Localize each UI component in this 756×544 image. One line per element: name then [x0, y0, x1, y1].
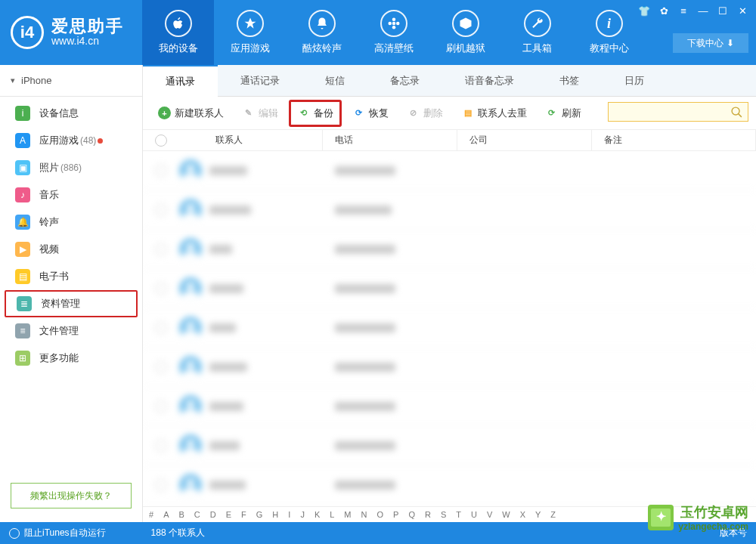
device-selector[interactable]: iPhone	[0, 65, 142, 97]
nav-wallpapers[interactable]: 高清壁纸	[358, 0, 429, 65]
sidebar-item-ebooks[interactable]: ▤电子书	[0, 263, 142, 290]
alpha-P[interactable]: P	[393, 510, 398, 519]
sidebar-item-ringtones[interactable]: 🔔铃声	[0, 209, 142, 236]
brand: i4 爱思助手 www.i4.cn	[0, 0, 132, 65]
alpha-B[interactable]: B	[178, 510, 184, 519]
edit-button[interactable]: ✎编辑	[234, 101, 286, 125]
tab-bookmarks[interactable]: 书签	[537, 65, 602, 97]
alpha-V[interactable]: V	[487, 510, 492, 519]
titlebar-minimize-icon[interactable]: —	[694, 3, 712, 18]
nav-my-device[interactable]: 我的设备	[142, 0, 214, 65]
col-note[interactable]: 备注	[592, 130, 756, 150]
video-icon: ▶	[15, 242, 30, 257]
nav-apps-games[interactable]: 应用游戏	[214, 0, 286, 65]
col-name[interactable]: 联系人	[179, 130, 323, 150]
sidebar-item-file-mgmt[interactable]: ≡文件管理	[0, 317, 142, 345]
alpha-C[interactable]: C	[194, 510, 200, 519]
table-row[interactable]	[143, 308, 756, 348]
titlebar-close-icon[interactable]: ✕	[733, 3, 751, 18]
alpha-E[interactable]: E	[226, 510, 231, 519]
backup-button[interactable]: ⟲备份	[289, 100, 342, 127]
search-box	[608, 102, 748, 122]
dedup-icon: ▤	[461, 107, 474, 119]
svg-point-0	[392, 22, 395, 26]
avatar-icon	[179, 395, 202, 418]
nav-tutorials[interactable]: i 教程中心	[573, 0, 645, 65]
tab-calendar[interactable]: 日历	[602, 65, 667, 97]
alpha-J[interactable]: J	[300, 510, 305, 519]
tab-voice-memos[interactable]: 语音备忘录	[442, 65, 537, 97]
search-input[interactable]	[609, 107, 748, 117]
download-center-button[interactable]: 下载中心 ⬇	[673, 33, 748, 53]
alpha-L[interactable]: L	[330, 510, 334, 519]
nav-toolbox[interactable]: 工具箱	[501, 0, 573, 65]
nav-ringtones[interactable]: 酷炫铃声	[286, 0, 358, 65]
sidebar-item-videos[interactable]: ▶视频	[0, 236, 142, 263]
alpha-S[interactable]: S	[441, 510, 446, 519]
contact-rows	[143, 151, 756, 506]
alpha-R[interactable]: R	[425, 510, 431, 519]
select-all-checkbox[interactable]	[155, 134, 167, 147]
search-icon[interactable]	[730, 106, 743, 119]
apps-icon: A	[15, 133, 30, 148]
col-company[interactable]: 公司	[457, 130, 592, 150]
backup-icon: ⟲	[297, 107, 310, 119]
table-row[interactable]	[143, 269, 756, 308]
alpha-F[interactable]: F	[241, 510, 246, 519]
svg-point-5	[732, 107, 739, 115]
table-row[interactable]	[143, 465, 756, 505]
sidebar-help-button[interactable]: 频繁出现操作失败？	[11, 483, 132, 508]
titlebar-skin-icon[interactable]: 👕	[635, 3, 653, 18]
sidebar-item-data-mgmt[interactable]: ≣资料管理	[5, 290, 138, 317]
nav-jailbreak[interactable]: 刷机越狱	[429, 0, 501, 65]
alpha-T[interactable]: T	[456, 510, 461, 519]
table-row[interactable]	[143, 230, 756, 269]
sidebar-item-device-info[interactable]: i设备信息	[0, 100, 142, 127]
delete-button[interactable]: ⊘删除	[399, 101, 451, 125]
alpha-U[interactable]: U	[471, 510, 477, 519]
tab-call-log[interactable]: 通话记录	[218, 65, 302, 97]
list-header: 联系人 电话 公司 备注	[143, 130, 756, 151]
alpha-Q[interactable]: Q	[408, 510, 415, 519]
alpha-I[interactable]: I	[288, 510, 290, 519]
minus-icon: ⊘	[407, 107, 420, 119]
tab-sms[interactable]: 短信	[302, 65, 367, 97]
new-contact-button[interactable]: +新建联系人	[150, 101, 231, 125]
tab-notes[interactable]: 备忘录	[367, 65, 442, 97]
dedup-button[interactable]: ▤联系人去重	[454, 101, 534, 125]
brand-text: 爱思助手 www.i4.cn	[51, 18, 124, 48]
titlebar-menu-icon[interactable]: ≡	[674, 3, 692, 18]
alpha-W[interactable]: W	[502, 510, 510, 519]
table-row[interactable]	[143, 348, 756, 387]
restore-button[interactable]: ⟳恢复	[345, 101, 396, 125]
download-icon: ⬇	[727, 38, 734, 48]
flower-icon	[380, 10, 407, 37]
itunes-block-checkbox[interactable]	[9, 528, 20, 539]
refresh-button[interactable]: ⟳刷新	[538, 101, 589, 125]
sidebar-item-music[interactable]: ♪音乐	[0, 181, 142, 209]
alpha-N[interactable]: N	[361, 510, 367, 519]
alpha-Y[interactable]: Y	[535, 510, 541, 519]
alpha-O[interactable]: O	[376, 510, 383, 519]
alpha-G[interactable]: G	[256, 510, 263, 519]
titlebar-settings-icon[interactable]: ✿	[655, 3, 673, 18]
table-row[interactable]	[143, 151, 756, 190]
alpha-#[interactable]: #	[149, 510, 153, 519]
alpha-X[interactable]: X	[520, 510, 525, 519]
table-row[interactable]	[143, 387, 756, 426]
alpha-D[interactable]: D	[210, 510, 216, 519]
table-row[interactable]	[143, 190, 756, 230]
alpha-A[interactable]: A	[163, 510, 169, 519]
sidebar-item-photos[interactable]: ▣照片(886)	[0, 154, 142, 181]
table-row[interactable]	[143, 426, 756, 465]
col-phone[interactable]: 电话	[323, 130, 457, 150]
sidebar-item-apps[interactable]: A应用游戏(48)	[0, 127, 142, 154]
alpha-Z[interactable]: Z	[550, 510, 556, 519]
alpha-K[interactable]: K	[314, 510, 320, 519]
titlebar-maximize-icon[interactable]: ☐	[714, 3, 732, 18]
alpha-H[interactable]: H	[272, 510, 278, 519]
tab-contacts[interactable]: 通讯录	[143, 65, 218, 97]
sidebar-item-more[interactable]: ⊞更多功能	[0, 345, 142, 372]
bell-icon	[308, 10, 336, 37]
alpha-M[interactable]: M	[344, 510, 351, 519]
